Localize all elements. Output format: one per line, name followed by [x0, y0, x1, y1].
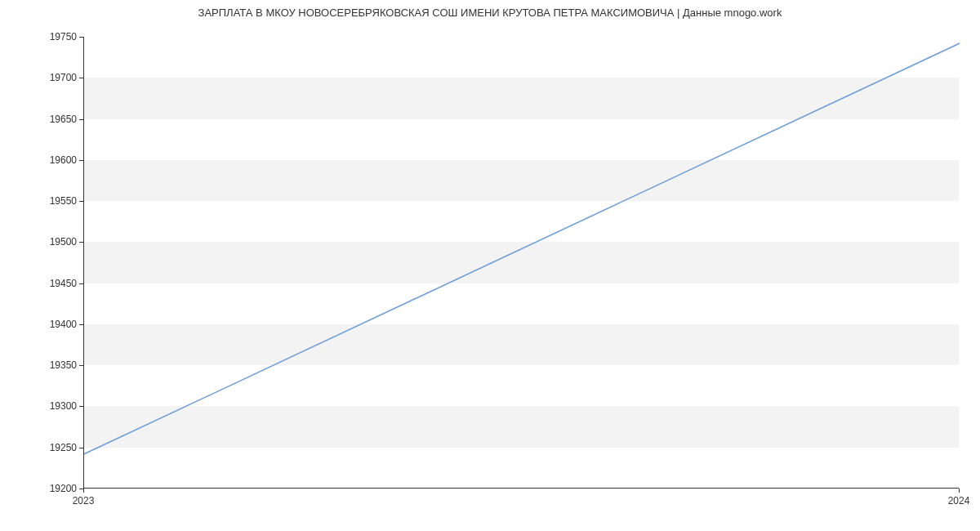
y-tick-label: 19600 [36, 154, 77, 166]
y-tick-label: 19750 [36, 31, 77, 42]
y-tick-label: 19500 [36, 236, 77, 248]
data-line [84, 43, 960, 454]
y-tick-label: 19650 [36, 114, 77, 125]
chart-container: ЗАРПЛАТА В МКОУ НОВОСЕРЕБРЯКОВСКАЯ СОШ И… [0, 0, 980, 531]
x-tick-label: 2024 [948, 495, 970, 506]
y-tick-mark [79, 160, 83, 161]
y-tick-mark [79, 201, 83, 202]
y-tick-mark [79, 283, 83, 284]
chart-line-svg [84, 37, 959, 488]
y-tick-label: 19400 [36, 319, 77, 330]
y-tick-label: 19250 [36, 442, 77, 453]
y-tick-label: 19200 [36, 483, 77, 494]
y-tick-label: 19350 [36, 359, 77, 371]
y-tick-mark [79, 365, 83, 366]
x-tick-mark [959, 489, 960, 493]
y-tick-label: 19450 [36, 278, 77, 289]
y-tick-mark [79, 448, 83, 448]
y-tick-mark [79, 242, 83, 243]
y-tick-mark [79, 406, 83, 407]
y-tick-mark [79, 37, 83, 38]
y-tick-label: 19550 [36, 195, 77, 207]
y-tick-label: 19300 [36, 400, 77, 412]
plot-area [83, 37, 959, 489]
chart-title: ЗАРПЛАТА В МКОУ НОВОСЕРЕБРЯКОВСКАЯ СОШ И… [0, 7, 980, 19]
y-tick-mark [79, 119, 83, 120]
y-tick-mark [79, 78, 83, 78]
x-tick-label: 2023 [73, 495, 95, 506]
x-tick-mark [83, 489, 84, 493]
y-tick-mark [79, 324, 83, 325]
y-tick-label: 19700 [36, 72, 77, 83]
